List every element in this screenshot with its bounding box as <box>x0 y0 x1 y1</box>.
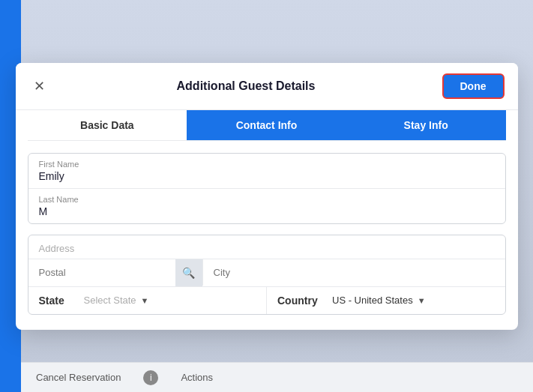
address-label: Address <box>28 235 505 259</box>
close-icon: ✕ <box>34 78 45 94</box>
state-placeholder: Select State <box>84 295 136 306</box>
first-name-value[interactable]: Emily <box>39 170 495 182</box>
country-label: Country <box>277 295 326 307</box>
postal-city-row: 🔍 <box>28 259 505 287</box>
tab-basic-data[interactable]: Basic Data <box>28 110 187 140</box>
postal-search-button[interactable]: 🔍 <box>175 259 202 286</box>
last-name-field: Last Name M <box>28 189 505 223</box>
last-name-label: Last Name <box>39 195 495 204</box>
city-input[interactable] <box>202 259 505 286</box>
state-select[interactable]: Select State ▼ <box>84 295 149 306</box>
tab-stay-info[interactable]: Stay Info <box>346 110 506 140</box>
cancel-reservation-link[interactable]: Cancel Reservation <box>36 372 121 383</box>
additional-guest-details-modal: ✕ Additional Guest Details Done Basic Da… <box>16 63 518 330</box>
postal-input[interactable] <box>28 259 175 286</box>
state-chevron-icon: ▼ <box>141 296 149 305</box>
country-value-text: US - United States <box>332 295 413 306</box>
state-label: State <box>39 295 84 307</box>
bottom-bar: Cancel Reservation i Actions <box>21 362 533 392</box>
modal-header: ✕ Additional Guest Details Done <box>16 63 518 110</box>
country-select[interactable]: US - United States ▼ <box>332 295 426 306</box>
last-name-value[interactable]: M <box>39 205 495 217</box>
state-section: State Select State ▼ <box>28 287 268 314</box>
tab-contact-info[interactable]: Contact Info <box>187 110 346 140</box>
tabs-container: Basic Data Contact Info Stay Info <box>28 110 506 141</box>
first-name-label: First Name <box>39 160 495 169</box>
state-country-row: State Select State ▼ Country US - United… <box>28 287 505 314</box>
name-field-group: First Name Emily Last Name M <box>28 153 506 224</box>
modal-overlay: Cancel Reservation i Actions ✕ Additiona… <box>0 0 533 392</box>
close-button[interactable]: ✕ <box>29 76 50 97</box>
first-name-field: First Name Emily <box>28 154 505 189</box>
info-icon[interactable]: i <box>143 370 158 385</box>
search-icon: 🔍 <box>182 267 195 279</box>
country-section: Country US - United States ▼ <box>267 287 505 314</box>
modal-body: First Name Emily Last Name M Address <box>16 141 518 330</box>
modal-title: Additional Guest Details <box>50 79 442 93</box>
done-button[interactable]: Done <box>442 73 505 99</box>
country-chevron-icon: ▼ <box>418 296 426 305</box>
actions-link[interactable]: Actions <box>181 372 213 383</box>
address-section: Address 🔍 State Select State <box>28 235 506 315</box>
